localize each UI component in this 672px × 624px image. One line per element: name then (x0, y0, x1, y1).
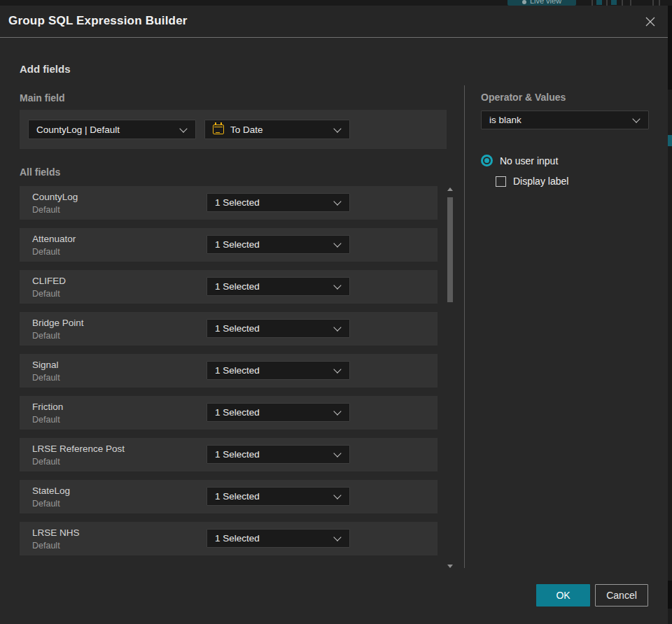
scrollbar-thumb[interactable] (447, 197, 453, 302)
main-field-panel: CountyLog | Default To Date (20, 110, 447, 149)
chevron-down-icon (333, 125, 341, 132)
add-fields-heading: Add fields (20, 63, 71, 75)
main-field-dropdown[interactable]: CountyLog | Default (28, 120, 196, 139)
field-sublabel: Default (32, 331, 60, 341)
field-sublabel: Default (32, 415, 60, 425)
panel-divider (464, 85, 465, 568)
live-view-label: Live view (530, 0, 561, 5)
field-row: LRSE Reference Post Default 1 Selected (20, 438, 438, 471)
field-row: Signal Default 1 Selected (20, 354, 438, 388)
main-field-label: Main field (20, 92, 65, 104)
field-sublabel: Default (32, 373, 60, 383)
background-app-edge (668, 6, 672, 624)
display-label-text: Display label (513, 176, 568, 187)
dialog-title: Group SQL Expression Builder (8, 14, 188, 28)
field-type-dropdown-value: To Date (223, 125, 335, 135)
field-row: CLIFED Default 1 Selected (20, 270, 438, 304)
chevron-down-icon (333, 281, 341, 289)
chevron-down-icon (333, 365, 341, 373)
field-selected-dropdown[interactable]: 1 Selected (206, 361, 350, 380)
field-selected-dropdown[interactable]: 1 Selected (206, 319, 350, 338)
field-selected-value: 1 Selected (207, 281, 335, 292)
field-selected-dropdown[interactable]: 1 Selected (206, 193, 350, 212)
toolbar-divider (630, 0, 631, 6)
operator-values-label: Operator & Values (481, 92, 566, 103)
field-selected-dropdown[interactable]: 1 Selected (206, 445, 350, 464)
field-sublabel: Default (32, 247, 60, 257)
field-selected-dropdown[interactable]: 1 Selected (206, 529, 350, 548)
field-name: CountyLog (32, 192, 78, 202)
no-user-input-label: No user input (500, 155, 558, 166)
field-name: Friction (32, 402, 63, 412)
operator-dropdown-value: is blank (482, 115, 634, 125)
field-selected-dropdown[interactable]: 1 Selected (206, 235, 350, 254)
field-name: LRSE Reference Post (32, 444, 125, 454)
all-fields-label: All fields (20, 166, 60, 178)
display-label-option[interactable]: Display label (496, 176, 568, 187)
field-selected-value: 1 Selected (207, 449, 335, 460)
toolbar-divider (659, 0, 660, 6)
scroll-down-icon[interactable] (447, 565, 453, 568)
field-sublabel: Default (32, 289, 60, 299)
field-row: StateLog Default 1 Selected (20, 480, 438, 513)
chevron-down-icon (333, 491, 341, 499)
field-name: CLIFED (32, 276, 66, 286)
ok-button[interactable]: OK (536, 584, 590, 607)
chevron-down-icon (333, 197, 341, 205)
field-selected-value: 1 Selected (207, 533, 335, 544)
field-name: Bridge Point (32, 318, 84, 328)
toolbar-divider (652, 0, 654, 6)
field-selected-value: 1 Selected (207, 197, 335, 208)
field-type-dropdown[interactable]: To Date (204, 120, 350, 139)
background-accent-block (668, 135, 672, 146)
chevron-down-icon (333, 239, 341, 247)
field-selected-value: 1 Selected (207, 239, 335, 250)
background-app-header: Live view (0, 0, 672, 6)
checkbox-unchecked-icon[interactable] (496, 176, 506, 187)
field-sublabel: Default (32, 541, 60, 551)
chevron-down-icon (333, 407, 341, 415)
field-row: LRSE NHS Default 1 Selected (20, 522, 438, 555)
main-field-dropdown-value: CountyLog | Default (29, 125, 181, 135)
toolbar-icon (611, 0, 617, 5)
field-selected-dropdown[interactable]: 1 Selected (206, 277, 350, 296)
chevron-down-icon (333, 533, 341, 541)
chevron-down-icon (333, 449, 341, 457)
field-name: StateLog (32, 485, 70, 496)
field-sublabel: Default (32, 205, 60, 215)
toolbar-divider (622, 0, 623, 6)
live-dot-icon (522, 0, 526, 4)
operator-dropdown[interactable]: is blank (481, 111, 649, 129)
field-name: LRSE NHS (32, 527, 80, 538)
field-row: Friction Default 1 Selected (20, 396, 438, 430)
field-sublabel: Default (32, 457, 60, 467)
field-selected-value: 1 Selected (207, 365, 335, 376)
list-scrollbar[interactable] (447, 183, 454, 569)
cancel-button[interactable]: Cancel (595, 584, 648, 607)
scroll-up-icon[interactable] (447, 187, 453, 191)
field-selected-dropdown[interactable]: 1 Selected (206, 487, 350, 506)
calendar-icon (213, 125, 224, 134)
field-row: Bridge Point Default 1 Selected (20, 312, 438, 346)
no-user-input-option[interactable]: No user input (481, 155, 558, 166)
field-row: CountyLog Default 1 Selected (20, 186, 438, 220)
chevron-down-icon (333, 323, 341, 331)
dialog-header: Group SQL Expression Builder (0, 6, 668, 38)
group-sql-expression-builder-dialog: Group SQL Expression Builder Add fields … (0, 6, 668, 624)
field-selected-value: 1 Selected (207, 323, 335, 334)
field-name: Signal (32, 360, 59, 370)
radio-selected-icon[interactable] (481, 155, 493, 166)
chevron-down-icon (179, 125, 187, 132)
toolbar-icon (596, 0, 602, 5)
toolbar-divider (592, 0, 593, 6)
field-sublabel: Default (32, 499, 60, 509)
field-selected-value: 1 Selected (207, 407, 335, 418)
chevron-down-icon (632, 115, 640, 122)
toolbar-divider (606, 0, 608, 6)
field-row: Attenuator Default 1 Selected (20, 228, 438, 262)
field-selected-value: 1 Selected (207, 491, 335, 502)
live-view-button[interactable]: Live view (507, 0, 576, 6)
field-name: Attenuator (32, 234, 76, 244)
close-icon[interactable] (643, 14, 658, 29)
field-selected-dropdown[interactable]: 1 Selected (206, 403, 350, 422)
